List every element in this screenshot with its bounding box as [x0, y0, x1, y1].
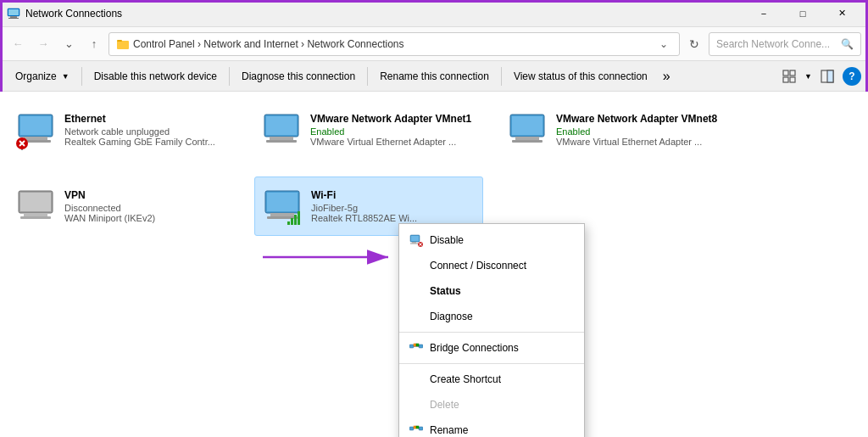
ctx-delete: Delete	[399, 392, 584, 417]
toolbar-right: ▼ ?	[777, 64, 861, 88]
search-icon: 🔍	[841, 38, 854, 50]
network-item-vmnet8[interactable]: VMware Network Adapter VMnet8 Enabled VM…	[500, 100, 729, 160]
rename-button[interactable]: Rename this connection	[371, 64, 498, 88]
view-status-button[interactable]: View status of this connection	[505, 64, 656, 88]
pane-button[interactable]	[815, 64, 839, 88]
address-field[interactable]: Control Panel › Network and Internet › N…	[108, 32, 680, 56]
up-button[interactable]: ↑	[83, 33, 105, 55]
svg-rect-4	[117, 41, 129, 49]
network-item-vmnet1[interactable]: VMware Network Adapter VMnet1 Enabled VM…	[254, 100, 483, 160]
network-item-vpn[interactable]: VPN Disconnected WAN Miniport (IKEv2)	[8, 176, 237, 236]
toolbar: Organize ▼ Disable this network device D…	[0, 61, 868, 92]
svg-rect-7	[790, 70, 795, 76]
ctx-connect[interactable]: Connect / Disconnect	[399, 253, 584, 278]
organize-button[interactable]: Organize ▼	[7, 64, 78, 88]
close-button[interactable]: ✕	[822, 0, 861, 27]
ctx-shortcut[interactable]: Create Shortcut	[399, 367, 584, 392]
toolbar-separator-3	[367, 67, 368, 86]
svg-rect-1	[10, 16, 17, 18]
maximize-button[interactable]: □	[783, 0, 822, 27]
search-field[interactable]: Search Network Conne... 🔍	[709, 32, 861, 56]
wifi-adapter: Realtek RTL8852AE Wi...	[311, 213, 476, 223]
address-dropdown-icon[interactable]: ⌄	[655, 38, 672, 50]
organize-dropdown-icon: ▼	[62, 72, 70, 81]
svg-rect-11	[827, 70, 833, 82]
svg-rect-30	[24, 213, 47, 216]
ctx-shortcut-spacer	[409, 373, 423, 386]
diagnose-button[interactable]: Diagnose this connection	[233, 64, 364, 88]
vmnet1-icon-wrapper	[261, 109, 302, 150]
down-button[interactable]: ⌄	[58, 33, 80, 55]
ctx-bridge[interactable]: Bridge Connections	[399, 335, 584, 361]
wifi-info: Wi-Fi JioFiber-5g Realtek RTL8852AE Wi..…	[311, 189, 476, 223]
ctx-diagnose-spacer	[409, 310, 423, 323]
svg-rect-2	[8, 18, 19, 19]
ctx-connect-label: Connect / Disconnect	[430, 260, 526, 272]
svg-rect-57	[416, 426, 419, 429]
ethernet-info: Ethernet Network cable unplugged Realtek…	[64, 113, 231, 147]
view-status-label: View status of this connection	[514, 70, 648, 82]
svg-rect-33	[267, 193, 298, 211]
ctx-status-spacer	[409, 284, 423, 298]
arrow-container	[263, 244, 398, 272]
vmnet8-info: VMware Network Adapter VMnet8 Enabled VM…	[556, 113, 722, 147]
ctx-disable[interactable]: Disable	[399, 227, 584, 253]
ethernet-name: Ethernet	[64, 113, 231, 125]
main-content: Ethernet Network cable unplugged Realtek…	[0, 92, 868, 437]
address-path: Control Panel › Network and Internet › N…	[133, 38, 652, 50]
window-controls: − □ ✕	[744, 0, 861, 27]
window-title: Network Connections	[25, 8, 744, 20]
context-menu: Disable Connect / Disconnect Status Diag…	[398, 223, 585, 437]
help-button[interactable]: ?	[843, 67, 861, 86]
search-placeholder: Search Network Conne...	[716, 38, 830, 50]
ctx-delete-label: Delete	[430, 399, 459, 411]
vmnet1-status: Enabled	[310, 126, 476, 137]
more-label: »	[663, 69, 670, 84]
svg-rect-5	[117, 40, 122, 42]
ctx-bridge-label: Bridge Connections	[430, 342, 519, 354]
ethernet-status: Network cable unplugged	[64, 126, 231, 137]
svg-rect-38	[294, 215, 297, 225]
svg-rect-26	[515, 137, 539, 140]
vpn-computer-icon	[15, 186, 56, 227]
organize-label: Organize	[15, 70, 57, 82]
toolbar-separator-2	[229, 67, 230, 86]
vpn-info: VPN Disconnected WAN Miniport (IKEv2)	[64, 189, 231, 223]
vmnet1-adapter: VMware Virtual Ethernet Adapter ...	[310, 137, 476, 147]
wifi-icon-wrapper	[262, 186, 303, 227]
svg-rect-6	[783, 70, 788, 76]
vmnet1-computer-icon	[261, 109, 302, 150]
toolbar-separator-1	[81, 67, 82, 86]
back-button[interactable]: ←	[7, 33, 29, 55]
minimize-button[interactable]: −	[744, 0, 783, 27]
pane-icon	[821, 70, 834, 83]
ctx-shortcut-label: Create Shortcut	[430, 373, 501, 385]
svg-rect-25	[512, 116, 542, 135]
svg-rect-31	[20, 216, 51, 219]
rename-icon	[409, 423, 423, 437]
view-icon-button[interactable]	[777, 64, 801, 88]
svg-rect-22	[270, 137, 293, 140]
svg-rect-29	[20, 193, 51, 211]
disable-button[interactable]: Disable this network device	[86, 64, 225, 88]
ctx-diagnose-label: Diagnose	[430, 311, 473, 322]
vmnet8-status: Enabled	[556, 126, 722, 137]
ctx-diagnose[interactable]: Diagnose	[399, 304, 584, 329]
folder-icon	[116, 37, 130, 51]
address-bar: ← → ⌄ ↑ Control Panel › Network and Inte…	[0, 27, 868, 61]
svg-rect-45	[410, 244, 418, 244]
svg-rect-44	[412, 242, 416, 244]
refresh-button[interactable]: ↻	[683, 33, 705, 55]
ethernet-adapter: Realtek Gaming GbE Family Contr...	[64, 137, 231, 147]
vpn-icon-wrapper	[15, 186, 56, 227]
ctx-rename[interactable]: Rename	[399, 417, 584, 437]
forward-button[interactable]: →	[32, 33, 54, 55]
more-button[interactable]: »	[658, 64, 676, 88]
ctx-status[interactable]: Status	[399, 278, 584, 304]
vmnet8-adapter: VMware Virtual Ethernet Adapter ...	[556, 137, 722, 147]
view-grid-icon	[782, 70, 796, 83]
svg-rect-23	[266, 140, 297, 143]
wifi-status: JioFiber-5g	[311, 203, 476, 213]
network-item-ethernet[interactable]: Ethernet Network cable unplugged Realtek…	[8, 100, 237, 160]
wifi-name: Wi-Fi	[311, 189, 476, 201]
